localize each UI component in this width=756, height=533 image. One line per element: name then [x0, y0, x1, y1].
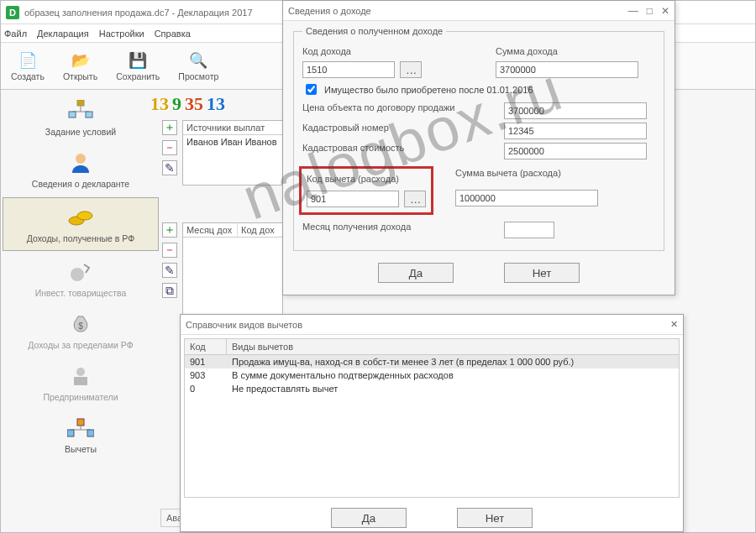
label-ded-sum: Сумма вычета (расхода)	[455, 168, 606, 178]
dict-dialog-title: Справочник видов вычетов	[186, 320, 302, 330]
ded-code-input[interactable]	[307, 191, 399, 207]
income-headers: Месяц дох Код дох	[183, 223, 282, 238]
sidebar-label: Сведения о декларанте	[32, 179, 129, 189]
person-icon	[66, 150, 95, 175]
svg-rect-12	[77, 419, 84, 426]
menu-file[interactable]: Файл	[4, 29, 27, 39]
view-button[interactable]: 🔍 Просмотр	[178, 51, 218, 81]
income-dialog-title: Сведения о доходе	[288, 6, 371, 16]
svg-point-5	[76, 154, 86, 164]
svg-rect-4	[86, 112, 92, 118]
svg-rect-11	[74, 377, 87, 385]
price-input[interactable]	[504, 102, 647, 119]
sidebar-item-income-rf[interactable]: Доходы, полученные в РФ	[3, 197, 159, 251]
svg-rect-15	[67, 430, 74, 436]
dict-cell-code: 901	[185, 357, 227, 367]
open-label: Открыть	[63, 71, 97, 81]
after2016-checkbox[interactable]: Имущество было приобретено после 01.01.2…	[302, 81, 655, 97]
dict-row[interactable]: 0 Не предоставлять вычет	[185, 382, 679, 395]
sidebar-label: Доходы, полученные в РФ	[27, 233, 134, 243]
close-icon[interactable]: ✕	[661, 5, 669, 17]
close-icon[interactable]: ✕	[670, 319, 678, 329]
month-input[interactable]	[504, 222, 554, 238]
sidebar-item-declarant[interactable]: Сведения о декларанте	[1, 144, 160, 196]
income-dialog: Сведения о доходе — □ ✕ Сведения о получ…	[282, 0, 675, 295]
deduction-code-highlight: Код вычета (расхода) …	[299, 166, 433, 215]
menu-settings[interactable]: Настройки	[99, 29, 144, 39]
income-dialog-yes-button[interactable]: Да	[378, 263, 454, 283]
remove-income-button[interactable]: －	[162, 243, 177, 258]
edit-source-button[interactable]: ✎	[162, 160, 177, 175]
rate-num-4[interactable]: 13	[207, 93, 225, 115]
save-label: Сохранить	[116, 71, 160, 81]
sidebar-item-conditions[interactable]: Задание условий	[1, 91, 160, 144]
sidebar-item-entrepreneur[interactable]: Предприниматели	[1, 357, 160, 409]
preview-icon: 🔍	[189, 51, 207, 70]
cadnum-input[interactable]	[504, 123, 647, 139]
dict-dialog-titlebar: Справочник видов вычетов ✕	[181, 315, 683, 335]
dict-table[interactable]: Код Виды вычетов 901 Продажа имущ-ва, на…	[184, 338, 680, 498]
add-source-button[interactable]: ＋	[162, 120, 177, 135]
dict-cell-name: Не предоставлять вычет	[227, 384, 679, 394]
svg-text:$: $	[78, 321, 83, 331]
dict-dialog-yes-button[interactable]: Да	[331, 508, 407, 528]
sidebar-label: Задание условий	[45, 127, 116, 137]
dict-row[interactable]: 901 Продажа имущ-ва, наход-ся в собст-ти…	[185, 355, 679, 368]
rate-num-3[interactable]: 35	[185, 93, 203, 115]
sidebar-label: Предприниматели	[43, 392, 118, 402]
svg-rect-16	[87, 430, 94, 436]
income-group: Сведения о полученном доходе Код дохода …	[293, 26, 664, 251]
svg-point-8	[71, 268, 84, 281]
sidebar-label: Инвест. товарищества	[35, 288, 127, 298]
main-title: образец заполнения продажа.dc7 - Деклара…	[24, 8, 253, 18]
label-ded-code: Код вычета (расхода)	[307, 174, 399, 184]
income-col-code: Код дох	[238, 223, 278, 237]
label-cadnum: Кадастровый номер	[302, 123, 479, 138]
app-icon: D	[6, 6, 19, 19]
remove-source-button[interactable]: －	[162, 140, 177, 155]
income-button-strip: ＋ － ✎ ⧉	[159, 222, 181, 298]
menu-declaration[interactable]: Декларация	[37, 29, 89, 39]
open-folder-icon: 📂	[71, 51, 90, 70]
repeat-income-button[interactable]: ⧉	[162, 283, 177, 298]
income-sum-input[interactable]	[496, 61, 638, 78]
dict-dialog-no-button[interactable]: Нет	[457, 508, 533, 528]
dict-col-code: Код	[185, 339, 227, 354]
sources-button-strip: ＋ － ✎	[159, 120, 181, 175]
save-button[interactable]: 💾 Сохранить	[116, 51, 160, 81]
add-income-button[interactable]: ＋	[162, 222, 177, 238]
income-code-lookup-button[interactable]: …	[400, 61, 422, 78]
rate-numbers: 13 9 35 13	[150, 93, 225, 115]
maximize-icon[interactable]: □	[647, 5, 653, 17]
after2016-checkbox-input[interactable]	[306, 84, 317, 95]
after2016-label: Имущество было приобретено после 01.01.2…	[324, 85, 533, 95]
menu-help[interactable]: Справка	[155, 29, 191, 39]
label-month: Месяц получения дохода	[302, 222, 479, 237]
invest-icon	[66, 259, 95, 285]
minimize-icon[interactable]: —	[628, 5, 638, 17]
label-income-code: Код дохода	[302, 46, 470, 56]
rate-num-2[interactable]: 9	[172, 93, 181, 115]
svg-rect-3	[69, 112, 76, 118]
sidebar-item-invest[interactable]: Инвест. товарищества	[1, 253, 160, 305]
create-button[interactable]: 📄 Создать	[11, 51, 45, 81]
rate-num-1[interactable]: 13	[150, 93, 169, 115]
sidebar-item-deductions[interactable]: Вычеты	[1, 409, 160, 461]
label-income-sum: Сумма дохода	[496, 46, 647, 56]
view-label: Просмотр	[178, 71, 218, 81]
create-label: Создать	[11, 71, 45, 81]
cadcost-input[interactable]	[504, 143, 647, 159]
structure-icon	[66, 98, 95, 123]
ded-code-lookup-button[interactable]: …	[404, 191, 426, 207]
edit-income-button[interactable]: ✎	[162, 263, 177, 278]
dict-cell-name: В сумме документально подтвержденных рас…	[227, 370, 679, 380]
income-dialog-no-button[interactable]: Нет	[504, 263, 580, 283]
open-button[interactable]: 📂 Открыть	[63, 51, 97, 81]
income-code-input[interactable]	[302, 61, 395, 78]
dict-cell-name: Продажа имущ-ва, наход-ся в собст-ти мен…	[227, 357, 679, 367]
sidebar-item-income-abroad[interactable]: $ Доходы за пределами РФ	[1, 305, 160, 357]
dict-row[interactable]: 903 В сумме документально подтвержденных…	[185, 368, 679, 382]
income-dialog-titlebar: Сведения о доходе — □ ✕	[283, 1, 675, 21]
income-col-month: Месяц дох	[183, 223, 238, 237]
ded-sum-input[interactable]	[455, 190, 598, 206]
